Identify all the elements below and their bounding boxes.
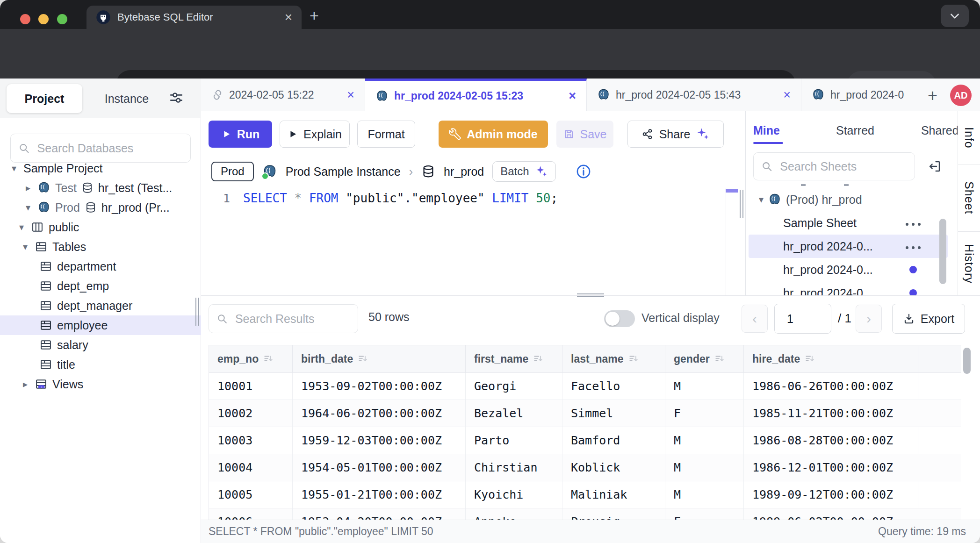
cell-emp-no[interactable]: 10004 — [209, 454, 293, 481]
tree-item-hr-test[interactable]: ▸ Test hr_test (Test... — [0, 178, 201, 198]
table-row[interactable]: 10002 1964-06-02T00:00:00Z Bezalel Simme… — [209, 400, 961, 427]
cell-first-name[interactable]: Anneke — [466, 508, 562, 520]
sheets-scrollbar-thumb[interactable] — [939, 219, 946, 284]
table-scrollbar-thumb[interactable] — [963, 348, 971, 374]
caret-down-icon[interactable]: ▾ — [21, 241, 30, 252]
prev-page-button[interactable]: ‹ — [742, 305, 768, 333]
cell-last-name[interactable]: Bamford — [562, 427, 665, 454]
cell-last-name[interactable]: Preusig — [562, 508, 665, 520]
cell-first-name[interactable]: Kyoichi — [466, 481, 562, 508]
cell-first-name[interactable]: Georgi — [466, 373, 562, 400]
worksheet-tab-1[interactable]: 2024-02-05 15:22 × — [201, 79, 365, 111]
cell-emp-no[interactable]: 10006 — [209, 508, 293, 520]
caret-down-icon[interactable]: ▾ — [17, 221, 26, 233]
column-header-birth-date[interactable]: birth_date — [293, 345, 466, 372]
sheets-search[interactable] — [753, 152, 915, 180]
export-button[interactable]: Export — [892, 304, 965, 334]
cell-first-name[interactable]: Bezalel — [466, 400, 562, 427]
cell-gender[interactable]: F — [665, 508, 744, 520]
cell-hire-date[interactable]: 1986-12-01T00:00:00Z — [744, 454, 918, 481]
browser-tab-close-icon[interactable]: × — [285, 11, 292, 24]
cell-hire-date[interactable]: 1989-09-12T00:00:00Z — [744, 481, 918, 508]
share-button[interactable]: Share — [627, 121, 724, 148]
cell-last-name[interactable]: Simmel — [562, 400, 665, 427]
cell-emp-no[interactable]: 10001 — [209, 373, 293, 400]
sheet-item-sample[interactable]: Sample Sheet — [749, 211, 948, 235]
results-search[interactable] — [209, 304, 358, 333]
cell-emp-no[interactable]: 10002 — [209, 400, 293, 427]
tree-item-views-group[interactable]: ▸ Views — [0, 374, 201, 394]
panel-resize-handle-horizontal[interactable] — [577, 293, 604, 297]
sidebar-resize-handle[interactable] — [195, 298, 199, 326]
tree-item-table-department[interactable]: department — [0, 257, 201, 276]
caret-right-icon[interactable]: ▸ — [21, 379, 30, 390]
cell-gender[interactable]: M — [665, 427, 744, 454]
admin-mode-button[interactable]: Admin mode — [439, 121, 548, 148]
sort-icon[interactable] — [628, 354, 639, 364]
sort-icon[interactable] — [805, 354, 815, 364]
caret-down-icon[interactable]: ▾ — [23, 202, 33, 213]
cell-birth-date[interactable]: 1954-05-01T00:00:00Z — [293, 454, 466, 481]
close-tab-icon[interactable]: × — [783, 88, 791, 102]
tab-search-button[interactable] — [941, 5, 969, 27]
cell-gender[interactable]: M — [665, 454, 744, 481]
tree-item-table-dept-emp[interactable]: dept_emp — [0, 276, 201, 296]
tree-item-hr-prod[interactable]: ▾ Prod hr_prod (Pr... — [0, 198, 201, 217]
cell-last-name[interactable]: Maliniak — [562, 481, 665, 508]
collapse-panel-icon[interactable] — [927, 159, 942, 174]
save-button[interactable]: Save — [556, 121, 613, 148]
column-header-gender[interactable]: gender — [665, 345, 744, 372]
sheet-group-hr-prod[interactable]: ▾ (Prod) hr_prod — [749, 188, 948, 211]
results-search-input[interactable] — [234, 312, 350, 326]
cell-birth-date[interactable]: 1955-01-21T00:00:00Z — [293, 481, 466, 508]
tree-item-project[interactable]: ▾ Sample Project — [0, 158, 201, 178]
cell-hire-date[interactable]: 1989-06-02T00:00:00Z — [744, 508, 918, 520]
database-name[interactable]: hr_prod — [444, 165, 484, 179]
cell-birth-date[interactable]: 1959-12-03T00:00:00Z — [293, 427, 466, 454]
vertical-display-toggle[interactable] — [604, 310, 635, 327]
cell-birth-date[interactable]: 1964-06-02T00:00:00Z — [293, 400, 466, 427]
user-avatar[interactable]: AD — [950, 85, 972, 106]
tree-item-schema-public[interactable]: ▾ public — [0, 217, 201, 237]
caret-right-icon[interactable]: ▸ — [23, 182, 33, 193]
cell-gender[interactable]: F — [665, 400, 744, 427]
cell-last-name[interactable]: Facello — [562, 373, 665, 400]
table-row-clipped[interactable]: 10006 1953-04-20T00:00:00Z Anneke Preusi… — [209, 508, 961, 520]
table-row[interactable]: 10003 1959-12-03T00:00:00Z Parto Bamford… — [209, 427, 961, 454]
table-row[interactable]: 10001 1953-09-02T00:00:00Z Georgi Facell… — [209, 373, 961, 400]
rail-tab-history[interactable]: History — [958, 232, 980, 295]
info-icon[interactable] — [576, 164, 591, 179]
cell-emp-no[interactable]: 10003 — [209, 427, 293, 454]
close-window-button[interactable] — [20, 14, 30, 24]
cell-first-name[interactable]: Chirstian — [466, 454, 562, 481]
worksheet-tab-2-active[interactable]: hr_prod 2024-02-05 15:23 × — [365, 79, 587, 111]
table-row[interactable]: 10004 1954-05-01T00:00:00Z Chirstian Kob… — [209, 454, 961, 481]
sheet-menu-icon[interactable] — [906, 246, 922, 249]
tree-item-tables-group[interactable]: ▾ Tables — [0, 237, 201, 257]
run-button[interactable]: Run — [209, 121, 272, 148]
rail-tab-sheet[interactable]: Sheet — [958, 164, 980, 232]
tree-item-table-salary[interactable]: salary — [0, 335, 201, 355]
tab-instance[interactable]: Instance — [92, 84, 162, 113]
browser-tab[interactable]: Bytebase SQL Editor × — [86, 6, 302, 29]
cell-last-name[interactable]: Koblick — [562, 454, 665, 481]
zoom-window-button[interactable] — [57, 14, 67, 24]
tab-starred[interactable]: Starred — [836, 124, 874, 137]
sheets-search-input[interactable] — [779, 159, 907, 174]
cell-gender[interactable]: M — [665, 481, 744, 508]
tree-item-table-employee-selected[interactable]: employee — [0, 315, 201, 335]
add-worksheet-button[interactable]: + — [928, 86, 937, 106]
caret-down-icon[interactable]: ▾ — [9, 163, 19, 174]
panel-resize-handle-vertical[interactable] — [740, 190, 743, 218]
column-header-first-name[interactable]: first_name — [466, 345, 562, 372]
close-tab-icon[interactable]: × — [347, 88, 354, 102]
editor-overview-ruler[interactable] — [726, 188, 738, 295]
cell-hire-date[interactable]: 1986-08-28T00:00:00Z — [744, 427, 918, 454]
database-search-input[interactable] — [36, 141, 183, 156]
sort-icon[interactable] — [263, 354, 274, 364]
caret-down-icon[interactable]: ▾ — [759, 194, 764, 205]
table-row[interactable]: 10005 1955-01-21T00:00:00Z Kyoichi Malin… — [209, 481, 961, 508]
column-header-last-name[interactable]: last_name — [562, 345, 665, 372]
sql-editor[interactable]: 1 SELECT * FROM "public"."employee" LIMI… — [201, 188, 726, 295]
column-header-emp-no[interactable]: emp_no — [209, 345, 293, 372]
